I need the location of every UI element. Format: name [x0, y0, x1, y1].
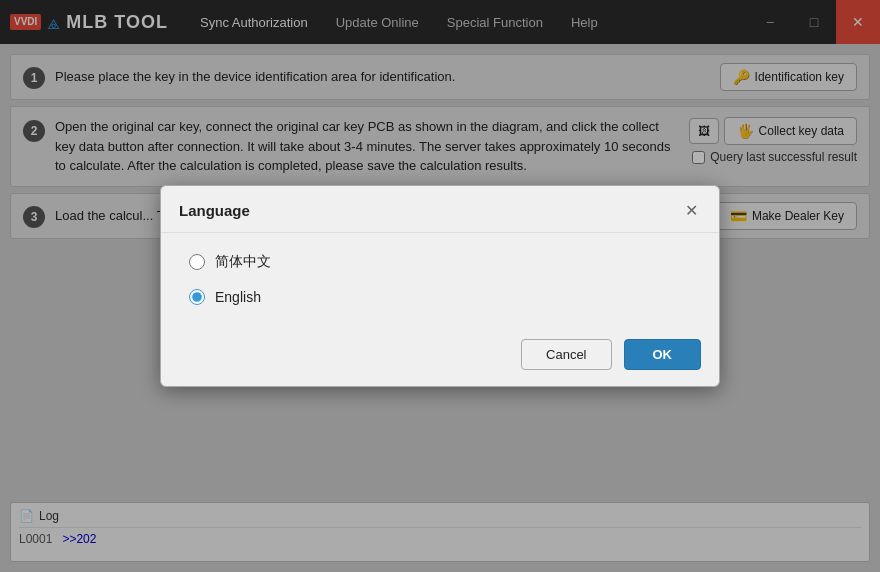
modal-title: Language — [179, 202, 250, 219]
ok-button[interactable]: OK — [624, 339, 702, 370]
language-modal: Language ✕ 简体中文 English Cancel OK — [160, 185, 720, 387]
language-option-english[interactable]: English — [189, 289, 691, 305]
chinese-radio[interactable] — [189, 254, 205, 270]
modal-overlay: Language ✕ 简体中文 English Cancel OK — [0, 0, 880, 572]
modal-footer: Cancel OK — [161, 329, 719, 386]
modal-body: 简体中文 English — [161, 233, 719, 329]
chinese-label: 简体中文 — [215, 253, 271, 271]
modal-close-button[interactable]: ✕ — [681, 200, 701, 220]
language-option-chinese[interactable]: 简体中文 — [189, 253, 691, 271]
english-label: English — [215, 289, 261, 305]
english-radio[interactable] — [189, 289, 205, 305]
cancel-button[interactable]: Cancel — [521, 339, 611, 370]
modal-header: Language ✕ — [161, 186, 719, 233]
